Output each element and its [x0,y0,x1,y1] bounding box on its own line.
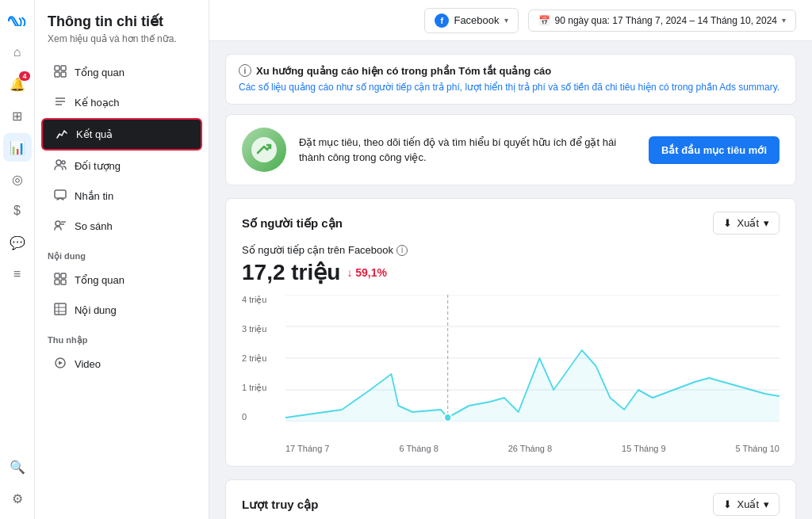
svg-point-8 [62,161,65,164]
tong-quan-icon [54,65,67,80]
sidebar-item-noi-dung[interactable]: Nội dung [41,296,202,325]
goal-text: Đặt mục tiêu, theo dõi tiến độ và tìm hi… [299,135,636,166]
svg-rect-3 [61,72,66,77]
chart-x-5-thang10: 5 Tháng 10 [736,444,779,453]
sidebar-item-label: Kế hoạch [75,97,119,109]
date-range-selector[interactable]: 📅 90 ngày qua: 17 Tháng 7, 2024 – 14 Thá… [528,10,796,32]
noi-dung-icon [54,303,67,318]
chart-icon[interactable]: 📊 [3,133,32,162]
sidebar-item-tong-quan[interactable]: Tổng quan [41,58,202,87]
access-export-button[interactable]: ⬇ Xuất ▾ [713,493,779,516]
reach-card-title: Số người tiếp cận [242,216,343,231]
content-area: i Xu hướng quảng cáo hiện có trong phần … [209,41,812,519]
main-content: f Facebook ▾ 📅 90 ngày qua: 17 Tháng 7, … [209,0,812,519]
export-label: Xuất [737,217,759,229]
video-icon [54,357,67,372]
circle-icon[interactable]: ◎ [3,165,32,193]
ke-hoach-icon [54,95,67,110]
section-thu-nhap: Thu nhập [35,326,209,349]
sidebar-item-video[interactable]: Video [41,349,202,379]
sidebar: Thông tin chi tiết Xem hiệu quả và hơn t… [35,0,209,519]
info-banner-text: Các số liệu quảng cáo như số người tiếp … [239,80,783,94]
calendar-icon: 📅 [538,15,550,26]
top-bar: f Facebook ▾ 📅 90 ngày qua: 17 Tháng 7, … [209,0,812,41]
svg-rect-17 [55,303,66,315]
export-label2: Xuất [737,498,759,510]
chart-y-4m: 4 triệu [242,295,285,305]
tong-quan-nd-icon [54,273,67,288]
access-card-header: Lượt truy cập ⬇ Xuất ▾ [242,493,779,516]
access-metric-card: Lượt truy cập ⬇ Xuất ▾ Lượt truy cập trê… [225,479,796,519]
sidebar-item-nhan-tin[interactable]: Nhắn tin [41,181,202,211]
sidebar-item-label: Tổng quan [75,274,124,286]
download-icon2: ⬇ [723,498,732,510]
chart-y-2m: 2 triệu [242,353,285,364]
chart-y-0: 0 [242,412,285,422]
doi-tuong-icon [54,158,67,174]
goal-banner: Đặt mục tiêu, theo dõi tiến độ và tìm hi… [225,114,796,185]
svg-rect-1 [61,66,66,71]
access-card-title: Lượt truy cập [242,498,318,512]
ads-summary-link[interactable]: Ads summary. [719,82,779,93]
notification-badge: 4 [19,71,29,81]
sidebar-subtitle: Xem hiệu quả và hơn thế nữa. [35,33,209,57]
export-chevron-icon2: ▾ [764,498,769,510]
meta-logo-icon[interactable] [3,6,32,35]
svg-rect-2 [55,72,59,77]
sidebar-item-doi-tuong[interactable]: Đối tượng [41,151,202,181]
svg-rect-14 [61,273,66,278]
reach-export-button[interactable]: ⬇ Xuất ▾ [713,212,779,235]
info-banner: i Xu hướng quảng cáo hiện có trong phần … [225,54,796,105]
dollar-icon[interactable]: $ [3,197,32,225]
chart-y-3m: 3 triệu [242,324,285,334]
sidebar-item-label: Tổng quan [75,67,124,78]
facebook-selector[interactable]: f Facebook ▾ [424,8,518,33]
svg-marker-29 [285,350,779,422]
chart-x-15-thang9: 15 Tháng 9 [622,444,665,453]
facebook-logo-icon: f [435,13,449,28]
icon-rail: ⌂ 🔔 4 ⊞ 📊 ◎ $ 💬 ≡ 🔍 ⚙ [0,0,35,519]
search-icon[interactable]: 🔍 [3,452,32,481]
notification-icon[interactable]: 🔔 4 [3,70,32,98]
chevron-down-icon: ▾ [504,16,508,25]
sidebar-item-label: Nội dung [75,304,117,316]
start-goal-button[interactable]: Bắt đầu mục tiêu mới [649,136,779,164]
date-range-label: 90 ngày qua: 17 Tháng 7, 2024 – 14 Tháng… [555,15,777,26]
menu-icon[interactable]: ≡ [3,260,32,288]
reach-card-header: Số người tiếp cận ⬇ Xuất ▾ [242,212,779,235]
sidebar-item-label: Kết quả [76,128,113,140]
sidebar-item-so-sanh[interactable]: So sánh [41,212,202,241]
svg-point-7 [56,160,61,165]
svg-rect-13 [55,273,59,278]
export-chevron-icon: ▾ [764,217,769,229]
svg-point-30 [444,414,451,422]
comment-icon[interactable]: 💬 [3,228,32,257]
sidebar-item-label: Video [75,358,101,370]
nhan-tin-icon [54,189,67,204]
sidebar-item-label: So sánh [75,220,113,232]
grid-icon[interactable]: ⊞ [3,101,32,130]
sidebar-item-ket-qua[interactable]: Kết quả [41,118,202,151]
info-banner-title: i Xu hướng quảng cáo hiện có trong phần … [239,64,783,77]
svg-rect-15 [55,280,59,284]
chart-x-26-thang8: 26 Tháng 8 [508,444,552,453]
so-sanh-icon [54,219,67,234]
gear-icon[interactable]: ⚙ [3,484,32,513]
sidebar-title: Thông tin chi tiết [35,13,209,33]
ket-qua-icon [56,127,68,142]
date-chevron-icon: ▾ [782,16,786,25]
home-icon[interactable]: ⌂ [3,38,32,67]
facebook-label: Facebook [454,14,499,26]
reach-info-icon[interactable]: i [396,245,408,256]
svg-point-10 [56,221,60,226]
reach-subtitle: Số người tiếp cận trên Facebook i [242,244,779,256]
reach-value: 17,2 triệu ↓ 59,1% [242,259,779,285]
section-noi-dung: Nội dung [35,242,209,265]
chart-x-6-thang8: 6 Tháng 8 [399,444,438,453]
svg-rect-22 [251,137,277,162]
svg-rect-9 [55,190,66,198]
info-circle-icon: i [239,64,251,77]
sidebar-item-tong-quan-nd[interactable]: Tổng quan [41,265,202,295]
sidebar-item-label: Đối tượng [75,160,121,172]
sidebar-item-ke-hoach[interactable]: Kế hoạch [41,88,202,117]
